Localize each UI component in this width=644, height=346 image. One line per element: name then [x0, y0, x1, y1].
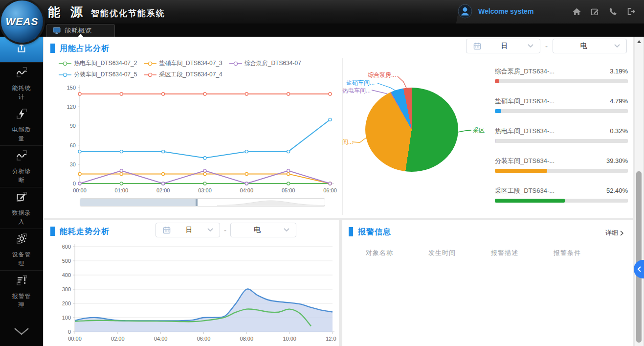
trend-energy-type-select[interactable]: 电: [230, 223, 296, 237]
legend-item[interactable]: 分装车间_DTS634-07_5: [59, 70, 137, 79]
tab-strip: 能耗概览: [43, 23, 644, 37]
legend-label: 综合泵房_DTS634-07: [244, 59, 301, 68]
sidebar-item-power-quality[interactable]: 电能质量: [0, 104, 43, 145]
user-area: Welcome system: [458, 4, 533, 19]
ranking-bar-track: [495, 109, 628, 113]
sidebar-item-analysis-diagnosis[interactable]: 分析诊断: [0, 145, 43, 187]
energy-type-value: 电: [553, 42, 614, 50]
ranking-bar-fill: [495, 139, 495, 143]
ranking-name: 热电车间_DTS634-...: [495, 127, 555, 136]
user-avatar-icon[interactable]: [458, 4, 472, 19]
app-title-primary: 能 源: [48, 4, 86, 20]
alarm-column-header: 对象名称: [366, 249, 393, 257]
svg-text:00:00: 00:00: [68, 336, 82, 342]
ranking-percent: 0.32%: [610, 127, 628, 135]
legend-item[interactable]: 综合泵房_DTS634-07: [229, 59, 301, 68]
ranking-name: 盐硝车间_DTS634-...: [495, 97, 555, 106]
chevron-down-icon: [614, 44, 620, 48]
usage-pie-chart[interactable]: [365, 88, 458, 172]
ranking-bar-track: [495, 139, 628, 143]
pie-label-zonghebengfang[interactable]: 综合泵房...: [368, 71, 396, 79]
pie-label-fenzhuangchejian[interactable]: 间...: [342, 138, 353, 146]
sidebar-item-label: 报警管理: [11, 292, 32, 309]
legend-marker-icon: [59, 61, 71, 66]
svg-text:100: 100: [62, 315, 71, 321]
svg-text:05:00: 05:00: [282, 187, 295, 193]
energy-trend-title: 能耗走势分析: [60, 227, 110, 237]
legend-item[interactable]: 盐硝车间_DTS634-07_3: [144, 59, 222, 68]
analysis-icon: [15, 149, 28, 164]
legend-item[interactable]: 采区工段_DTS634-07_4: [144, 70, 222, 79]
alarm-table-header: 对象名称发生时间报警描述报警条件: [366, 249, 581, 257]
svg-text:01:00: 01:00: [115, 187, 129, 193]
svg-text:02:00: 02:00: [111, 336, 125, 342]
vertical-scrollbar[interactable]: [635, 37, 643, 346]
legend-marker-icon: [59, 72, 71, 77]
trend-area-chart[interactable]: 010020030040050060000:0002:0004:0006:000…: [48, 241, 336, 345]
legend-item[interactable]: 热电车间_DTS634-07_2: [59, 59, 137, 68]
app-title-secondary: 智能优化节能系统: [91, 8, 165, 19]
ranking-list: 综合泵房_DTS634-...3.19%盐硝车间_DTS634-...4.79%…: [495, 67, 628, 216]
calendar-icon: [163, 226, 171, 234]
sidebar-item-label: 数据录入: [11, 208, 32, 226]
sidebar-item-energy-stats[interactable]: 能耗统计: [0, 62, 43, 104]
sidebar-item-alarm-management[interactable]: 报警管理: [0, 270, 43, 312]
sidebar-item-label: 能耗统计: [11, 84, 32, 101]
ranking-bar-track: [495, 79, 628, 83]
pie-label-redianchejian[interactable]: 热电车间...: [342, 87, 371, 95]
sidebar-item-label: 电能质量: [11, 125, 32, 143]
ranking-bar-track: [495, 199, 628, 203]
chevron-down-icon: [284, 228, 289, 232]
legend-marker-icon: [144, 72, 156, 77]
line-chart-legend: 热电车间_DTS634-07_2盐硝车间_DTS634-07_3综合泵房_DTS…: [59, 59, 306, 79]
panel-usage-ratio: 用能占比分析 日 - 电 热电车间_DTS634-07_2盐硝车间_DTS634…: [44, 37, 633, 218]
scroll-up-arrow-icon[interactable]: [637, 40, 641, 43]
data-entry-icon: [15, 190, 28, 206]
ranking-name: 综合泵房_DTS634-...: [495, 67, 555, 76]
edit-icon[interactable]: [590, 7, 600, 16]
datazoom-selection[interactable]: [80, 199, 198, 206]
pie-label-yanxiaochejian[interactable]: 盐硝车间...: [346, 79, 375, 87]
ranking-name: 采区工段_DTS634-...: [495, 186, 555, 195]
period-select[interactable]: 日: [466, 39, 540, 53]
chevron-right-icon: [620, 231, 623, 236]
svg-text:0: 0: [68, 329, 71, 335]
welcome-text: Welcome system: [478, 7, 533, 15]
alarm-detail-link[interactable]: 详细: [605, 229, 623, 237]
svg-text:06:00: 06:00: [323, 187, 337, 193]
svg-text:60: 60: [70, 142, 76, 148]
ranking-bar-fill: [495, 199, 565, 203]
period-value: 日: [481, 42, 528, 50]
overview-icon: [15, 42, 28, 57]
ranking-row: 采区工段_DTS634-...52.40%: [495, 186, 628, 203]
sidebar-item-data-entry[interactable]: 数据录入: [0, 187, 43, 229]
usage-line-chart[interactable]: 030609012015000:0001:0002:0003:0004:0005…: [46, 81, 340, 196]
weas-logo[interactable]: WEAS: [1, 0, 43, 43]
svg-text:10:00: 10:00: [283, 336, 296, 342]
legend-label: 热电车间_DTS634-07_2: [74, 59, 137, 68]
tab-energy-overview[interactable]: 能耗概览: [46, 24, 115, 37]
logout-icon[interactable]: [626, 7, 636, 16]
app-root: 能 源 智能优化节能系统 Welcome system WEAS: [0, 0, 644, 346]
alarm-column-header: 发生时间: [428, 249, 456, 257]
power-quality-icon: [15, 107, 28, 122]
pie-label-caiqugongduan[interactable]: 采区: [473, 126, 485, 135]
home-icon[interactable]: [572, 7, 581, 16]
trend-period-select[interactable]: 日: [155, 223, 220, 237]
sidebar-item-device-management[interactable]: 设备管理: [0, 229, 43, 270]
alarm-column-header: 报警条件: [554, 249, 581, 257]
scrollbar-thumb[interactable]: [636, 171, 642, 343]
energy-type-select[interactable]: 电: [553, 39, 627, 53]
legend-label: 采区工段_DTS634-07_4: [159, 70, 222, 79]
phone-icon[interactable]: [608, 7, 618, 16]
ranking-row: 综合泵房_DTS634-...3.19%: [495, 67, 628, 83]
datazoom-preview: [217, 199, 325, 206]
svg-text:06:00: 06:00: [197, 336, 211, 342]
energy-stats-icon: [15, 66, 28, 81]
ranking-percent: 4.79%: [610, 97, 628, 105]
sidebar-item-expand-more[interactable]: [0, 312, 43, 346]
monitor-icon: [53, 27, 61, 34]
usage-ratio-title: 用能占比分析: [60, 44, 110, 54]
datazoom-slider[interactable]: [80, 198, 325, 207]
svg-text:120: 120: [67, 104, 76, 110]
